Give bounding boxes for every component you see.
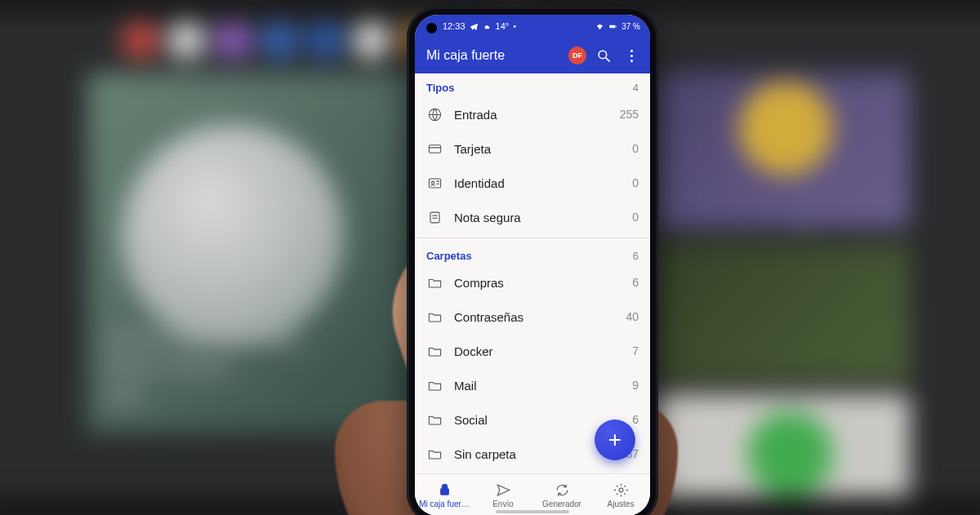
weather-icon	[483, 22, 492, 31]
svg-rect-0	[610, 25, 612, 28]
folder-row[interactable]: Docker 7	[415, 334, 650, 368]
section-count: 6	[633, 250, 639, 262]
battery-icon	[608, 22, 617, 31]
row-count: 40	[626, 310, 639, 323]
plus-icon: +	[608, 427, 621, 453]
type-row-card[interactable]: Tarjeta 0	[415, 131, 650, 166]
more-vert-icon	[630, 50, 633, 62]
row-label: Contraseñas	[454, 310, 614, 324]
row-count: 9	[632, 379, 639, 392]
overflow-menu-button[interactable]	[617, 42, 645, 69]
svg-rect-8	[430, 212, 439, 223]
gear-icon	[613, 482, 629, 498]
folder-icon	[426, 377, 443, 393]
row-count: 0	[632, 142, 639, 155]
section-types: Tipos 4	[415, 73, 650, 97]
telegram-icon	[470, 22, 479, 31]
nav-label: Ajustes	[608, 499, 635, 508]
svg-point-1	[599, 51, 607, 58]
row-label: Entrada	[454, 108, 608, 122]
status-time: 12:33	[443, 21, 466, 31]
punch-hole-camera	[426, 23, 437, 33]
svg-rect-4	[429, 144, 440, 153]
type-row-note[interactable]: Nota segura 0	[415, 200, 650, 234]
battery-percent: 37 %	[621, 22, 640, 31]
type-row-identity[interactable]: Identidad 0	[415, 166, 650, 200]
gesture-bar[interactable]	[496, 510, 569, 513]
globe-icon	[426, 106, 443, 122]
folder-icon	[426, 274, 443, 291]
type-row-login[interactable]: Entrada 255	[415, 97, 650, 131]
lock-icon	[437, 482, 452, 498]
id-icon	[426, 175, 443, 191]
row-label: Docker	[454, 344, 621, 358]
row-count: 6	[632, 276, 639, 289]
svg-line-2	[605, 57, 609, 61]
folder-row[interactable]: Compras 6	[415, 265, 650, 300]
vault-list[interactable]: Tipos 4 Entrada 255 Tarjeta 0 Identidad …	[415, 73, 650, 473]
add-item-fab[interactable]: +	[595, 420, 635, 460]
wifi-icon	[595, 22, 604, 31]
app-bar: Mi caja fuerte DF	[415, 38, 650, 73]
status-temp: 14°	[496, 21, 510, 31]
bottom-nav: Mi caja fuer… Envío Generador Ajustes	[415, 473, 650, 515]
divider	[415, 238, 650, 238]
row-label: Sin carpeta	[454, 447, 608, 461]
card-icon	[426, 140, 443, 157]
row-label: Compras	[454, 276, 621, 290]
nav-label: Generador	[542, 499, 581, 508]
folder-icon	[426, 411, 443, 428]
section-label: Tipos	[426, 82, 454, 94]
row-count: 0	[632, 176, 639, 189]
folder-icon	[426, 343, 443, 359]
status-bar: 12:33 14° • 37 %	[415, 15, 650, 38]
svg-point-12	[619, 488, 623, 492]
row-label: Identidad	[454, 176, 621, 190]
folder-row[interactable]: Contraseñas 40	[415, 300, 650, 334]
search-button[interactable]	[590, 42, 617, 69]
row-label: Social	[454, 413, 621, 427]
svg-rect-11	[440, 488, 448, 494]
row-count: 6	[632, 413, 639, 426]
search-icon	[596, 48, 612, 64]
folder-row[interactable]: Mail 9	[415, 368, 650, 402]
row-label: Mail	[454, 379, 621, 393]
row-count: 7	[632, 344, 639, 357]
nav-send[interactable]: Envío	[474, 474, 532, 515]
note-icon	[426, 209, 443, 225]
send-icon	[496, 482, 511, 498]
row-count: 255	[620, 108, 639, 121]
svg-rect-6	[429, 178, 440, 187]
app-title: Mi caja fuerte	[426, 48, 565, 63]
nav-vault[interactable]: Mi caja fuer…	[415, 474, 474, 515]
nav-label: Envío	[492, 499, 514, 508]
account-avatar[interactable]: DF	[568, 47, 586, 64]
phone-frame: 12:33 14° • 37 % Mi caja fuerte DF	[407, 7, 658, 515]
nav-label: Mi caja fuer…	[419, 499, 470, 508]
folder-icon	[426, 309, 443, 325]
svg-point-7	[431, 181, 434, 184]
section-folders: Carpetas 6	[415, 242, 650, 265]
row-label: Tarjeta	[454, 142, 621, 156]
nav-generator[interactable]: Generador	[532, 474, 591, 515]
nav-settings[interactable]: Ajustes	[591, 474, 650, 515]
section-count: 4	[633, 82, 639, 94]
section-label: Carpetas	[426, 250, 472, 262]
folder-icon	[426, 446, 443, 462]
refresh-icon	[555, 482, 570, 498]
row-label: Nota segura	[454, 211, 621, 224]
row-count: 0	[632, 211, 639, 224]
